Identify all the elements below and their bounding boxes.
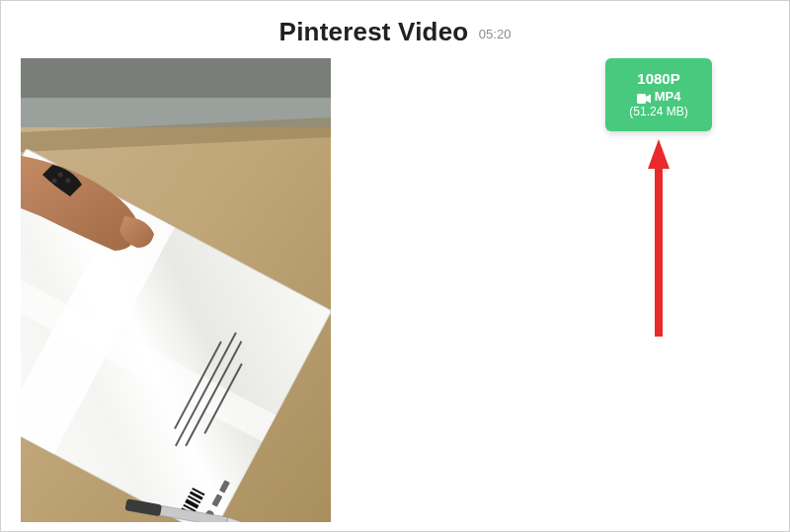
svg-marker-27 [646,94,651,103]
svg-point-21 [66,179,71,184]
video-thumbnail[interactable]: iPad Pro [21,58,331,522]
format-label: MP4 [655,89,681,106]
svg-marker-29 [648,139,670,169]
video-duration: 05:20 [479,27,512,41]
svg-point-22 [52,179,57,184]
svg-point-20 [58,173,63,178]
annotation-arrow [648,139,670,337]
thumbnail-graphic: iPad Pro [21,58,331,522]
resolution-label: 1080P [637,69,679,89]
format-row: MP4 [637,89,681,106]
svg-rect-1 [21,58,331,98]
filesize-label: (51.24 MB) [629,105,687,120]
page-header: Pinterest Video 05:20 [1,1,789,57]
svg-rect-26 [637,94,646,104]
video-camera-icon [637,92,651,102]
page-title: Pinterest Video [279,17,469,47]
download-1080p-button[interactable]: 1080P MP4 (51.24 MB) [605,58,712,131]
